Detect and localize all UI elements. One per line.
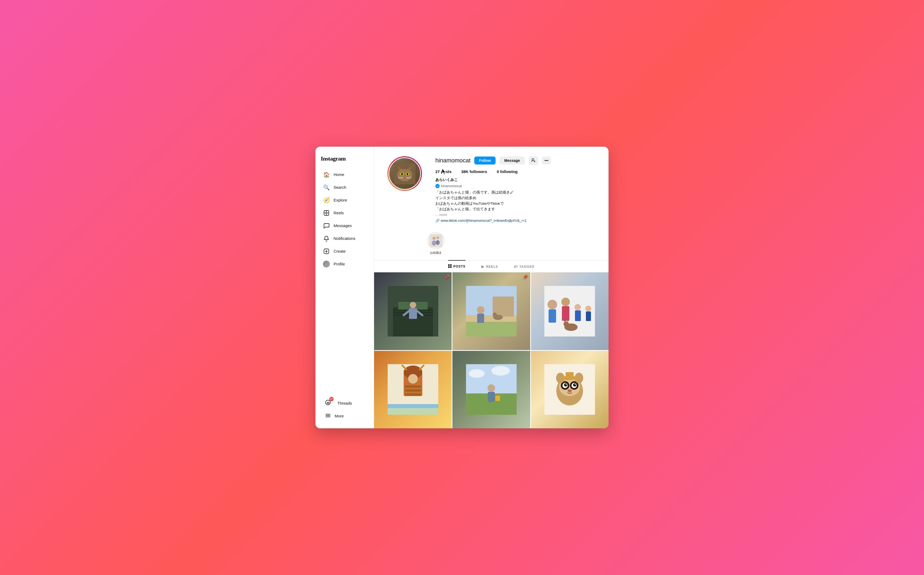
svg-rect-41 [450,267,452,268]
profile-avatar [389,157,421,190]
bio-line-2: インスタでは孫の絵多め [435,195,595,201]
sidebar-item-label: Search [334,185,346,189]
svg-point-22 [401,173,403,175]
more-icon [325,413,331,419]
sidebar-nav: 🏠 Home 🔍 Search 🧭 Explore Reels [315,168,374,397]
posts-tab-icon [448,264,452,268]
post-item[interactable]: 📌 [374,272,452,350]
threads-icon-wrapper: 27 [325,400,334,407]
app-window: Instagram 🏠 Home 🔍 Search 🧭 Explore Reel… [315,147,609,428]
post-item[interactable] [374,351,452,428]
svg-rect-108 [566,372,574,378]
more-options-button[interactable]: ••• [542,157,551,165]
sidebar-item-messages[interactable]: Messages [318,220,372,232]
svg-point-37 [436,240,440,245]
post-image [374,351,452,428]
svg-point-89 [491,366,510,376]
sidebar-item-notifications[interactable]: Notifications [318,232,372,245]
notifications-icon [323,235,330,242]
follow-button[interactable]: Follow [474,157,495,165]
post-image [531,351,609,428]
post-image [452,272,530,350]
sidebar-item-label: Messages [334,223,352,228]
sidebar-item-label: Reels [334,211,344,215]
tab-posts[interactable]: POSTS [448,260,465,272]
instagram-logo: Instagram [315,151,374,168]
link-text: www.tiktok.com/@hinamomocat?_t=8ownExjfp… [441,219,526,222]
svg-point-88 [469,369,485,378]
post-image [374,272,452,350]
svg-point-101 [573,383,576,386]
post-item[interactable] [531,351,609,428]
tab-reels[interactable]: ▶ REELS [481,260,498,272]
verified-handle: hinamomocat [441,184,462,188]
followers-stat[interactable]: 38K followers [461,169,487,174]
post-item[interactable]: 📌 [452,272,530,350]
post-image [452,351,530,428]
sidebar-item-more[interactable]: More [320,410,370,422]
bio-line-1: 「おばあちゃんと猫」の孫です。孫は絵描き🖊 [435,190,595,195]
svg-point-104 [567,389,572,392]
svg-point-90 [487,384,495,392]
tab-tagged[interactable]: 🏷 TAGGED [514,260,534,272]
svg-rect-67 [575,310,581,321]
profile-stats: 27 posts 38K followers 0 following [435,169,595,174]
svg-rect-63 [549,309,556,322]
bio-line-3: おばあちゃんの動画はYouTubeやTiktokで [435,201,595,206]
home-icon: 🏠 [323,171,330,178]
svg-point-71 [564,321,569,327]
profile-bio: 「おばあちゃんと猫」の孫です。孫は絵描き🖊 インスタでは孫の絵多め おばあちゃん… [435,190,595,218]
posts-stat[interactable]: 27 posts [435,169,452,174]
reels-icon [323,210,330,216]
post-item[interactable] [531,272,609,350]
reels-tab-label: REELS [486,265,498,268]
sidebar-item-label: Explore [334,198,347,202]
story-highlights: お絵描き [374,229,609,260]
profile-top-row: hinamomocat Follow Message ••• [435,156,595,165]
profile-link[interactable]: 🔗 www.tiktok.com/@hinamomocat?_t=8ownExj… [435,219,595,222]
svg-rect-65 [562,306,569,321]
add-person-button[interactable] [529,156,538,165]
svg-rect-58 [477,314,484,323]
svg-point-57 [477,306,484,314]
profile-header: hinamomocat Follow Message ••• 27 posts … [374,147,609,229]
sidebar-item-home[interactable]: 🏠 Home [318,168,372,181]
svg-rect-33 [429,234,443,247]
following-stat[interactable]: 0 following [497,169,518,174]
svg-point-14 [397,168,412,181]
bio-more[interactable]: ... more [435,213,447,217]
post-item[interactable] [452,351,530,428]
svg-rect-84 [388,408,438,415]
followers-label: followers [470,169,487,174]
sidebar-item-threads[interactable]: 27 Threads [320,397,370,410]
following-label: following [500,169,518,174]
svg-point-100 [564,383,567,386]
highlight-item[interactable]: お絵描き [427,232,444,255]
create-icon [323,248,330,255]
sidebar-item-search[interactable]: 🔍 Search [318,181,372,194]
profile-avatar-sidebar [323,260,330,268]
message-button[interactable]: Message [499,157,525,165]
sidebar-item-profile[interactable]: Profile [318,258,372,270]
messages-icon [323,222,330,229]
sidebar-item-create[interactable]: Create [318,245,372,257]
highlight-label: お絵描き [430,251,442,255]
search-icon: 🔍 [323,184,330,191]
sidebar-item-reels[interactable]: Reels [318,207,372,219]
svg-rect-53 [466,321,517,337]
sidebar-item-explore[interactable]: 🧭 Explore [318,194,372,206]
profile-avatar-wrap [387,156,422,191]
svg-point-32 [436,185,439,187]
sidebar-item-label: Profile [334,262,345,266]
sidebar: Instagram 🏠 Home 🔍 Search 🧭 Explore Reel… [315,147,374,428]
svg-rect-39 [450,264,452,266]
bio-line-4: 「おばあちゃんと猫」で出てきます [435,206,595,212]
reels-tab-icon: ▶ [481,265,484,268]
svg-rect-82 [405,394,421,396]
profile-info: hinamomocat Follow Message ••• 27 posts … [435,156,595,223]
profile-username: hinamomocat [435,157,470,164]
sidebar-item-label: Create [334,249,346,253]
svg-rect-81 [405,389,421,392]
svg-point-60 [493,313,497,317]
profile-avatar-ring [387,156,422,191]
